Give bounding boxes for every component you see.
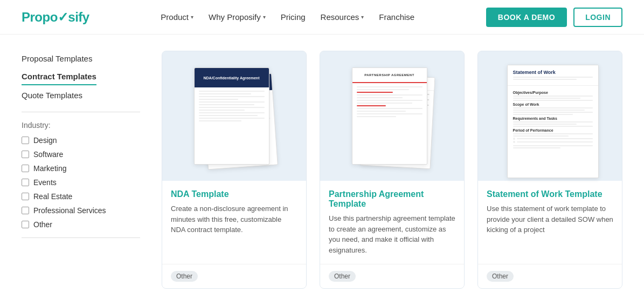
nav-item-pricing[interactable]: Pricing — [281, 12, 306, 22]
template-tag-partnership: Other — [329, 271, 356, 282]
nav-label-pricing: Pricing — [281, 12, 306, 22]
filter-label-marketing: Marketing — [33, 164, 66, 173]
filter-checkbox-real-estate[interactable] — [22, 193, 29, 200]
filter-item-events[interactable]: Events — [22, 178, 140, 187]
nav-item-product[interactable]: Product ▾ — [161, 12, 193, 22]
filter-checkbox-events[interactable] — [22, 179, 29, 186]
nav-label-resources: Resources — [321, 12, 359, 22]
sidebar-item-proposal-templates[interactable]: Proposal Templates — [22, 51, 140, 66]
doc-front-sow: Statement of Work Objectives/Purpose Sco… — [507, 65, 599, 178]
filter-checkbox-design[interactable] — [22, 137, 29, 144]
chevron-down-icon: ▾ — [361, 14, 364, 20]
filter-checkbox-other[interactable] — [22, 221, 29, 228]
template-card-body-nda: NDA Template Create a non-disclosure agr… — [162, 181, 306, 264]
doc-stack-partnership: PARTNERSHIP AGREEMENT PART — [344, 62, 441, 170]
header-actions: BOOK A DEMO LOGIN — [486, 8, 622, 27]
template-title-nda: NDA Template — [171, 189, 297, 199]
template-desc-nda: Create a non-disclosure agreement in min… — [171, 203, 297, 255]
template-card-image-nda: NDA/Confidentiality Agreement — [162, 51, 306, 181]
template-card-body-sow: Statement of Work Template Use this stat… — [478, 181, 622, 264]
doc-stack-sow: Statement of Work Objectives/Purpose Sco… — [502, 62, 599, 170]
templates-grid: NDA/Confidentiality Agreement — [162, 51, 622, 289]
doc-front-nda: NDA/Confidentiality Agreement — [194, 67, 269, 165]
book-demo-button[interactable]: BOOK A DEMO — [486, 8, 567, 27]
template-tag-sow: Other — [487, 271, 514, 282]
filter-label-design: Design — [33, 136, 57, 145]
template-desc-sow: Use this statement of work template to p… — [487, 203, 613, 255]
filter-label-software: Software — [33, 150, 63, 159]
nav-label-product: Product — [161, 12, 189, 22]
template-card-image-sow: Statement of Work Objectives/Purpose Sco… — [478, 51, 622, 181]
sidebar-item-contract-templates[interactable]: Contract Templates — [22, 69, 96, 85]
logo[interactable]: Propo✓sify — [22, 10, 89, 25]
template-title-sow: Statement of Work Template — [487, 189, 613, 199]
template-tag-nda: Other — [171, 271, 198, 282]
filter-label-real-estate: Real Estate — [33, 192, 72, 201]
filter-item-software[interactable]: Software — [22, 150, 140, 159]
template-card-image-partnership: PARTNERSHIP AGREEMENT PART — [320, 51, 464, 181]
template-card-sow[interactable]: Statement of Work Objectives/Purpose Sco… — [477, 51, 622, 289]
filter-checkbox-marketing[interactable] — [22, 165, 29, 172]
doc-front-partnership: PARTNERSHIP AGREEMENT — [352, 67, 427, 165]
filter-item-real-estate[interactable]: Real Estate — [22, 192, 140, 201]
nav-item-franchise[interactable]: Franchise — [379, 12, 414, 22]
filter-checkbox-professional-services[interactable] — [22, 207, 29, 214]
nav-label-franchise: Franchise — [379, 12, 414, 22]
filter-label-other: Other — [33, 220, 52, 229]
login-button[interactable]: LOGIN — [573, 8, 622, 27]
nav-item-why-proposify[interactable]: Why Proposify ▾ — [209, 12, 266, 22]
template-card-body-partnership: Partnership Agreement Template Use this … — [320, 181, 464, 264]
filter-checkbox-software[interactable] — [22, 151, 29, 158]
template-card-footer-partnership: Other — [320, 264, 464, 288]
doc-stack-nda: NDA/Confidentiality Agreement — [186, 62, 283, 170]
filter-item-design[interactable]: Design — [22, 136, 140, 145]
template-title-partnership: Partnership Agreement Template — [329, 189, 455, 209]
industry-filter-label: Industry: — [22, 121, 140, 130]
template-card-partnership[interactable]: PARTNERSHIP AGREEMENT PART — [320, 51, 465, 289]
main-layout: Proposal Templates Contract Templates Qu… — [0, 35, 644, 305]
template-card-footer-nda: Other — [162, 264, 306, 288]
filter-label-professional-services: Professional Services — [33, 206, 106, 215]
filter-item-other[interactable]: Other — [22, 220, 140, 229]
nav-item-resources[interactable]: Resources ▾ — [321, 12, 364, 22]
template-card-footer-sow: Other — [478, 264, 622, 288]
template-card-nda[interactable]: NDA/Confidentiality Agreement — [162, 51, 307, 289]
sidebar-item-quote-templates[interactable]: Quote Templates — [22, 87, 140, 103]
filter-item-marketing[interactable]: Marketing — [22, 164, 140, 173]
logo-text: Propo✓sify — [22, 10, 89, 25]
sidebar: Proposal Templates Contract Templates Qu… — [22, 51, 140, 289]
main-nav: Product ▾ Why Proposify ▾ Pricing Resour… — [161, 12, 414, 22]
sidebar-divider-bottom — [22, 237, 140, 238]
filter-item-professional-services[interactable]: Professional Services — [22, 206, 140, 215]
chevron-down-icon: ▾ — [191, 14, 193, 20]
chevron-down-icon: ▾ — [263, 14, 266, 20]
filter-label-events: Events — [33, 178, 57, 187]
sidebar-divider — [22, 112, 140, 112]
header: Propo✓sify Product ▾ Why Proposify ▾ Pri… — [0, 0, 644, 35]
nav-label-why: Why Proposify — [209, 12, 261, 22]
template-desc-partnership: Use this partnership agreement template … — [329, 213, 455, 255]
